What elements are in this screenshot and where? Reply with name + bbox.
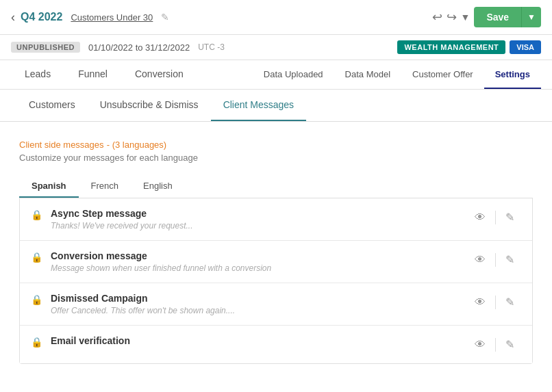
message-item-dismissed: 🔒 Dismissed Campaign Offer Canceled. Thi… [20,283,532,326]
main-content: Client side messages - (3 languages) Cus… [0,122,552,364]
message-actions-email: 👁 ✎ [468,335,521,354]
message-text-dismissed: Dismissed Campaign Offer Canceled. This … [51,293,468,315]
sub-tabs: Customers Unsubscribe & Dismiss Client M… [0,90,552,122]
nav-conversion[interactable]: Conversion [121,60,197,89]
view-button-email[interactable]: 👁 [468,336,492,354]
section-title: Client side messages - (3 languages) [19,138,533,150]
message-actions-conversion: 👁 ✎ [468,250,521,269]
edit-icon[interactable]: ✎ [161,12,169,23]
content-area: Customers Unsubscribe & Dismiss Client M… [0,90,552,364]
wealth-management-badge[interactable]: WEALTH MANAGEMENT [397,40,505,54]
action-divider-2 [495,253,496,267]
sub-tab-client-messages[interactable]: Client Messages [211,90,307,121]
unpublished-badge: UNPUBLISHED [11,42,80,53]
nav-top-right: Data Uploaded Data Model Customer Offer … [253,61,541,89]
top-bar: ‹ Q4 2022 WEALTH MANAGEMENT Customers Un… [0,0,552,35]
message-text-conversion: Conversion message Message shown when us… [51,250,468,273]
save-group: Save ▼ [474,7,541,27]
message-title-async: Async Step message [51,208,468,219]
message-title-conversion: Conversion message [51,250,468,261]
message-item-email: 🔒 Email verification 👁 ✎ [20,326,532,363]
section-title-suffix: - (3 languages) [107,140,166,150]
redo-button[interactable]: ↪ [447,10,457,25]
message-desc-conversion: Message shown when user finished funnel … [51,263,468,273]
action-divider-4 [495,338,496,352]
nav-data-uploaded[interactable]: Data Uploaded [253,61,334,89]
nav-settings[interactable]: Settings [484,61,541,89]
status-bar-right: WEALTH MANAGEMENT VISA [397,40,541,54]
view-button-conversion[interactable]: 👁 [468,251,492,269]
message-title-dismissed: Dismissed Campaign [51,293,468,304]
sub-tab-unsubscribe[interactable]: Unsubscribe & Dismiss [88,90,211,121]
message-title-email: Email verification [51,335,468,346]
nav-funnel[interactable]: Funnel [64,60,121,89]
lang-tab-english[interactable]: English [131,175,185,198]
sub-tab-customers[interactable]: Customers [16,90,88,121]
save-button[interactable]: Save [474,7,521,27]
save-dropdown-button[interactable]: ▼ [521,7,541,27]
utc-label: UTC -3 [198,42,225,52]
lang-tabs: Spanish French English [19,175,533,198]
action-divider-3 [495,296,496,309]
section-subtitle: Customize your messages for each languag… [19,153,533,163]
message-actions-dismissed: 👁 ✎ [468,293,521,311]
message-desc-dismissed: Offer Canceled. This offer won't be show… [51,306,468,315]
nav-customer-offer[interactable]: Customer Offer [401,61,484,89]
message-actions-async: 👁 ✎ [468,208,521,226]
message-text-email: Email verification [51,335,468,348]
message-item-async: 🔒 Async Step message Thanks! We've recei… [20,198,532,241]
back-icon[interactable]: ‹ [11,10,15,25]
lock-icon-conversion: 🔒 [31,252,42,263]
status-bar: UNPUBLISHED 01/10/2022 to 31/12/2022 UTC… [0,35,552,60]
quarter-title: Q4 2022 [21,11,62,23]
nav-top-left: Leads Funnel Conversion [11,60,197,89]
nav-data-model[interactable]: Data Model [334,61,401,89]
message-text-async: Async Step message Thanks! We've receive… [51,208,468,231]
view-button-async[interactable]: 👁 [468,209,492,226]
edit-button-async[interactable]: ✎ [499,208,521,226]
nav-leads[interactable]: Leads [11,60,64,89]
lang-tab-spanish[interactable]: Spanish [19,175,79,198]
action-divider [495,211,496,224]
breadcrumb-link[interactable]: Customers Under 30 [71,12,153,23]
view-button-dismissed[interactable]: 👁 [468,293,492,311]
message-item-conversion: 🔒 Conversion message Message shown when … [20,241,532,283]
edit-button-dismissed[interactable]: ✎ [499,293,521,311]
messages-list: 🔒 Async Step message Thanks! We've recei… [19,198,533,364]
visa-badge[interactable]: VISA [510,40,541,54]
top-bar-right: ↩ ↪ ▼ Save ▼ [432,7,541,27]
lock-icon-async: 🔒 [31,209,42,220]
lock-icon-email: 🔒 [31,337,42,348]
history-dropdown-button[interactable]: ▼ [461,12,471,23]
undo-button[interactable]: ↩ [432,10,442,25]
message-desc-async: Thanks! We've received your request... [51,221,468,231]
date-range: 01/10/2022 to 31/12/2022 [88,42,190,53]
lang-tab-french[interactable]: French [79,175,131,198]
lock-icon-dismissed: 🔒 [31,294,42,305]
section-title-text: Client side messages [19,140,104,150]
nav-top: Leads Funnel Conversion Data Uploaded Da… [0,60,552,90]
edit-button-conversion[interactable]: ✎ [499,250,521,269]
edit-button-email[interactable]: ✎ [499,335,521,354]
